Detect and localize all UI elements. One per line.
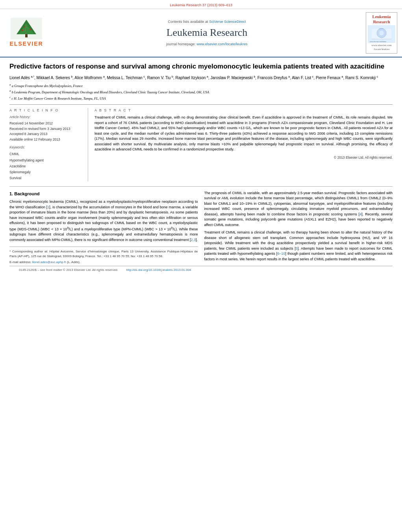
elsevier-wordmark: ELSEVIER	[9, 40, 43, 48]
info-abstract-section: A R T I C L E I N F O Article history: R…	[9, 104, 393, 182]
section-1-title: 1. Background	[9, 191, 198, 197]
accepted-date: Accepted 8 January 2013	[9, 132, 83, 137]
svg-point-7	[30, 29, 31, 30]
section-number: 1.	[9, 191, 13, 196]
sciverse-line: Contents lists available at SciVerse Sci…	[168, 19, 246, 24]
article-dates: Received 14 November 2012 Received in re…	[9, 121, 83, 142]
journal-homepage-line: journal homepage: www.elsevier.com/locat…	[166, 42, 248, 47]
abstract-header: A B S T R A C T	[94, 108, 393, 113]
affil-c: c c H. Lee Moffitt Cancer Center & Resea…	[9, 96, 393, 101]
authors-text: Lionel Adès a,*, Mikkael A. Sekeres b, A…	[9, 76, 378, 80]
svg-text:www.elsevier.com/leukres: www.elsevier.com/leukres	[370, 41, 387, 43]
top-bar: Leukemia Research 37 (2013) 609–613	[0, 0, 402, 9]
header-center: Contents lists available at SciVerse Sci…	[52, 12, 362, 54]
keyword-2: Hypomethylating agent	[9, 158, 83, 163]
keyword-5: Survival	[9, 175, 83, 181]
history-label: Article history:	[9, 115, 83, 120]
elsevier-tree-icon	[11, 18, 42, 39]
article-info-column: A R T I C L E I N F O Article history: R…	[9, 108, 88, 182]
email-link[interactable]: lionel.ades@avc.aphp.fr	[32, 260, 66, 264]
abstract-column: A B S T R A C T Treatment of CMML remain…	[94, 108, 393, 182]
homepage-link[interactable]: www.elsevier.com/locate/leukres	[196, 42, 248, 46]
keywords-label: Keywords:	[9, 145, 83, 150]
body-para-3: Treatment of CMML remains a clinical cha…	[204, 230, 393, 262]
keyword-1: CMML	[9, 151, 83, 157]
journal-reference: Leukemia Research 37 (2013) 609–613	[170, 3, 232, 7]
abstract-text: Treatment of CMML remains a clinical cha…	[94, 115, 393, 152]
article-title: Predictive factors of response and survi…	[9, 62, 393, 71]
badge-image: www.elsevier.com/leukres	[368, 25, 395, 43]
article-content: Predictive factors of response and survi…	[0, 57, 402, 279]
keyword-3: Azacitidine	[9, 163, 83, 169]
email-footnote: E-mail address: lionel.ades@avc.aphp.fr …	[9, 260, 198, 265]
issn-text: 0145-2126/$ – see front matter © 2013 El…	[19, 268, 118, 272]
corresponding-footnote: * Corresponding author at: Hôpital Avice…	[9, 249, 198, 259]
affil-a: a a Groupe Francophone des Myelodysplasi…	[9, 83, 393, 89]
affil-b: b b Leukemia Program, Department of Hema…	[9, 89, 393, 95]
body-section: 1. Background Chronic myelomonocytic leu…	[9, 191, 393, 266]
body-para-2: The prognosis of CMML is variable, with …	[204, 191, 393, 228]
body-left-column: 1. Background Chronic myelomonocytic leu…	[9, 191, 198, 266]
footnote-area: * Corresponding author at: Hôpital Avice…	[9, 247, 198, 265]
keywords-list: CMML Hypomethylating agent Azacitidine S…	[9, 151, 83, 181]
article-info-header: A R T I C L E I N F O	[9, 108, 83, 113]
sciverse-link[interactable]: SciVerse ScienceDirect	[209, 20, 246, 24]
homepage-label: journal homepage:	[166, 42, 196, 46]
doi-link[interactable]: http://dx.doi.org/10.1016/j.leukres.2013…	[126, 268, 191, 272]
svg-point-11	[379, 31, 384, 35]
received-date: Received 14 November 2012	[9, 121, 83, 126]
body-right-column: The prognosis of CMML is variable, with …	[204, 191, 393, 266]
authors-line: Lionel Adès a,*, Mikkael A. Sekeres b, A…	[9, 75, 393, 81]
email-suffix: (L. Adès).	[67, 260, 80, 264]
page: Leukemia Research 37 (2013) 609–613	[0, 0, 402, 532]
badge-title: LeukemiaResearch	[372, 14, 391, 24]
sciverse-prefix: Contents lists available at	[168, 20, 208, 24]
revised-date: Received in revised form 3 January 2013	[9, 126, 83, 132]
journal-badge: LeukemiaResearch www.elsevier.com/leukre…	[366, 12, 397, 54]
keyword-4: Splenomegaly	[9, 169, 83, 175]
badge-subtitle: www.elsevier.com/locate/leukres	[371, 44, 392, 52]
journal-title-header: Leukemia Research	[167, 26, 248, 40]
email-label: E-mail address:	[9, 260, 31, 264]
section-title-text: Background	[14, 191, 39, 196]
svg-point-8	[24, 27, 25, 28]
svg-point-10	[377, 28, 386, 38]
copyright-line: © 2013 Elsevier Ltd. All rights reserved…	[94, 156, 393, 160]
section-divider	[9, 186, 393, 187]
bottom-bar: 0145-2126/$ – see front matter © 2013 El…	[9, 266, 393, 274]
header-section: ELSEVIER Contents lists available at Sci…	[0, 9, 402, 57]
elsevier-logo: ELSEVIER	[5, 12, 48, 54]
online-date: Available online 12 February 2013	[9, 137, 83, 143]
svg-point-6	[22, 30, 23, 31]
affiliations: a a Groupe Francophone des Myelodysplasi…	[9, 83, 393, 101]
body-para-1: Chronic myelomonocytic leukemia (CMML), …	[9, 199, 198, 243]
